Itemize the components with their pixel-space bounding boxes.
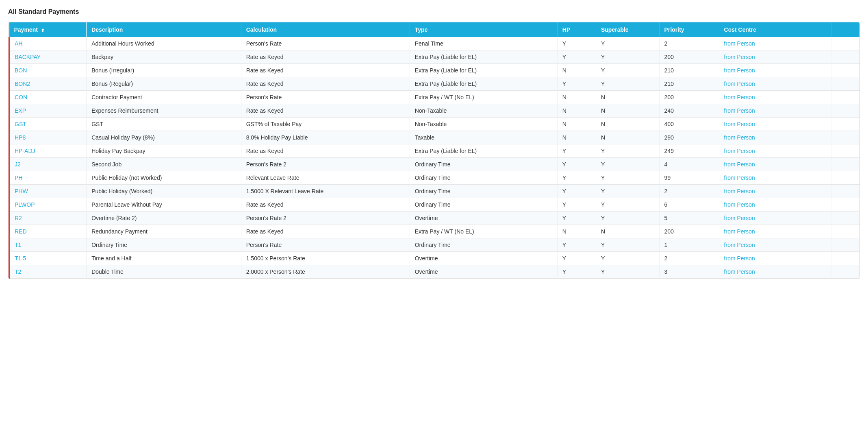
costcentre-link[interactable]: from Person <box>724 215 755 221</box>
cell-calculation: 1.5000 x Person's Rate <box>241 252 410 265</box>
cell-hp: Y <box>557 77 596 91</box>
cell-costcentre: from Person <box>719 225 831 238</box>
cell-hp: N <box>557 104 596 118</box>
costcentre-link[interactable]: from Person <box>724 40 755 47</box>
cell-costcentre: from Person <box>719 104 831 118</box>
cell-calculation: Rate as Keyed <box>241 50 410 64</box>
payment-link[interactable]: HP8 <box>15 134 26 141</box>
cell-extra <box>831 212 859 225</box>
cell-superable: Y <box>596 198 659 212</box>
payment-link[interactable]: GST <box>15 121 26 127</box>
cell-superable: Y <box>596 252 659 265</box>
costcentre-link[interactable]: from Person <box>724 94 755 100</box>
payment-link[interactable]: T1.5 <box>15 255 26 262</box>
cell-costcentre: from Person <box>719 265 831 279</box>
payment-link[interactable]: RED <box>15 228 27 235</box>
cell-costcentre: from Person <box>719 37 831 50</box>
payment-link[interactable]: J2 <box>15 161 21 168</box>
payment-link[interactable]: BON2 <box>15 81 30 87</box>
page-title: All Standard Payments <box>8 8 860 15</box>
cell-extra <box>831 225 859 238</box>
cell-type: Ordinary Time <box>410 185 557 198</box>
cell-hp: Y <box>557 212 596 225</box>
cell-payment: PH <box>9 171 87 185</box>
cell-payment: HP8 <box>9 131 87 144</box>
cell-type: Non-Taxable <box>410 104 557 118</box>
cell-payment: RED <box>9 225 87 238</box>
costcentre-link[interactable]: from Person <box>724 228 755 235</box>
cell-type: Extra Pay (Liable for EL) <box>410 144 557 158</box>
cell-extra <box>831 158 859 171</box>
payment-link[interactable]: HP-ADJ <box>15 148 35 154</box>
cell-superable: Y <box>596 37 659 50</box>
col-header-payment[interactable]: Payment ⬆ <box>9 22 87 37</box>
cell-payment: T1.5 <box>9 252 87 265</box>
cell-superable: Y <box>596 212 659 225</box>
payment-link[interactable]: T1 <box>15 242 21 248</box>
payment-link[interactable]: CON <box>15 94 27 100</box>
cell-priority: 210 <box>659 64 719 77</box>
cell-priority: 1 <box>659 238 719 252</box>
payment-link[interactable]: PH <box>15 175 22 181</box>
table-row: GSTGSTGST% of Taxable PayNon-TaxableNN40… <box>9 118 860 131</box>
cell-description: Contractor Payment <box>87 91 241 104</box>
costcentre-link[interactable]: from Person <box>724 188 755 194</box>
cell-superable: Y <box>596 50 659 64</box>
table-row: R2Overtime (Rate 2)Person's Rate 2Overti… <box>9 212 860 225</box>
cell-costcentre: from Person <box>719 198 831 212</box>
cell-description: Bonus (Regular) <box>87 77 241 91</box>
cell-costcentre: from Person <box>719 144 831 158</box>
cell-description: Second Job <box>87 158 241 171</box>
payment-link[interactable]: BON <box>15 67 27 74</box>
cell-superable: Y <box>596 185 659 198</box>
col-header-costcentre: Cost Centre <box>719 22 831 37</box>
cell-costcentre: from Person <box>719 171 831 185</box>
cell-priority: 210 <box>659 77 719 91</box>
cell-payment: T2 <box>9 265 87 279</box>
cell-payment: BON <box>9 64 87 77</box>
table-row: HP-ADJHoliday Pay BackpayRate as KeyedEx… <box>9 144 860 158</box>
cell-description: Bonus (Irregular) <box>87 64 241 77</box>
cell-priority: 249 <box>659 144 719 158</box>
costcentre-link[interactable]: from Person <box>724 81 755 87</box>
payment-link[interactable]: T2 <box>15 268 21 275</box>
cell-hp: Y <box>557 37 596 50</box>
cell-hp: Y <box>557 238 596 252</box>
cell-type: Extra Pay (Liable for EL) <box>410 64 557 77</box>
cell-extra <box>831 50 859 64</box>
cell-payment: T1 <box>9 238 87 252</box>
costcentre-link[interactable]: from Person <box>724 67 755 74</box>
payment-link[interactable]: AH <box>15 40 22 47</box>
payment-link[interactable]: EXP <box>15 107 26 114</box>
costcentre-link[interactable]: from Person <box>724 148 755 154</box>
costcentre-link[interactable]: from Person <box>724 201 755 208</box>
cell-superable: Y <box>596 171 659 185</box>
cell-costcentre: from Person <box>719 64 831 77</box>
payment-link[interactable]: PLWOP <box>15 201 35 208</box>
table-row: HP8Casual Holiday Pay (8%)8.0% Holiday P… <box>9 131 860 144</box>
payment-link[interactable]: PHW <box>15 188 28 194</box>
costcentre-link[interactable]: from Person <box>724 107 755 114</box>
cell-payment: CON <box>9 91 87 104</box>
cell-hp: Y <box>557 50 596 64</box>
payment-link[interactable]: R2 <box>15 215 22 221</box>
cell-priority: 240 <box>659 104 719 118</box>
cell-calculation: Person's Rate 2 <box>241 158 410 171</box>
cell-costcentre: from Person <box>719 118 831 131</box>
cell-priority: 290 <box>659 131 719 144</box>
cell-type: Taxable <box>410 131 557 144</box>
costcentre-link[interactable]: from Person <box>724 268 755 275</box>
payment-link[interactable]: BACKPAY <box>15 54 41 60</box>
costcentre-link[interactable]: from Person <box>724 54 755 60</box>
costcentre-link[interactable]: from Person <box>724 255 755 262</box>
table-row: AHAdditional Hours WorkedPerson's RatePe… <box>9 37 860 50</box>
costcentre-link[interactable]: from Person <box>724 242 755 248</box>
cell-calculation: Rate as Keyed <box>241 225 410 238</box>
costcentre-link[interactable]: from Person <box>724 161 755 168</box>
costcentre-link[interactable]: from Person <box>724 121 755 127</box>
costcentre-link[interactable]: from Person <box>724 175 755 181</box>
cell-priority: 5 <box>659 212 719 225</box>
cell-hp: Y <box>557 185 596 198</box>
cell-extra <box>831 37 859 50</box>
costcentre-link[interactable]: from Person <box>724 134 755 141</box>
